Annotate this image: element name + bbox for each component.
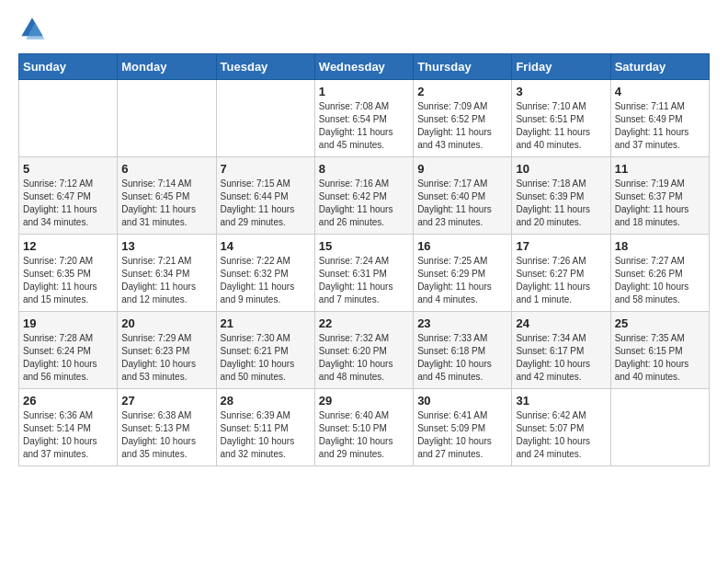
- date-number: 24: [516, 316, 606, 330]
- cell-info: Sunrise: 7:12 AM Sunset: 6:47 PM Dayligh…: [23, 178, 113, 229]
- calendar-cell: 6Sunrise: 7:14 AM Sunset: 6:45 PM Daylig…: [118, 157, 216, 235]
- cell-info: Sunrise: 7:25 AM Sunset: 6:29 PM Dayligh…: [417, 255, 507, 306]
- calendar-cell: [216, 80, 314, 157]
- date-number: 30: [417, 394, 507, 408]
- cell-info: Sunrise: 7:10 AM Sunset: 6:51 PM Dayligh…: [516, 100, 606, 152]
- cell-info: Sunrise: 7:20 AM Sunset: 6:35 PM Dayligh…: [23, 255, 113, 306]
- cell-info: Sunrise: 7:28 AM Sunset: 6:24 PM Dayligh…: [23, 332, 113, 384]
- date-number: 13: [121, 239, 211, 253]
- cell-info: Sunrise: 7:14 AM Sunset: 6:45 PM Dayligh…: [121, 178, 211, 229]
- date-number: 21: [221, 316, 311, 330]
- cell-info: Sunrise: 7:32 AM Sunset: 6:20 PM Dayligh…: [319, 332, 409, 384]
- calendar-cell: 14Sunrise: 7:22 AM Sunset: 6:32 PM Dayli…: [216, 235, 314, 312]
- calendar-cell: 9Sunrise: 7:17 AM Sunset: 6:40 PM Daylig…: [414, 157, 512, 235]
- date-number: 17: [516, 239, 606, 253]
- date-number: 6: [121, 162, 211, 176]
- date-number: 4: [615, 85, 705, 98]
- cell-info: Sunrise: 7:34 AM Sunset: 6:17 PM Dayligh…: [516, 332, 606, 384]
- date-number: 3: [516, 85, 606, 98]
- weekday-header-friday: Friday: [512, 54, 610, 80]
- week-row-3: 12Sunrise: 7:20 AM Sunset: 6:35 PM Dayli…: [19, 235, 710, 312]
- date-number: 22: [319, 316, 409, 330]
- calendar-cell: 3Sunrise: 7:10 AM Sunset: 6:51 PM Daylig…: [512, 80, 610, 157]
- cell-info: Sunrise: 7:09 AM Sunset: 6:52 PM Dayligh…: [417, 100, 507, 152]
- cell-info: Sunrise: 7:35 AM Sunset: 6:15 PM Dayligh…: [615, 332, 705, 384]
- cell-info: Sunrise: 7:27 AM Sunset: 6:26 PM Dayligh…: [615, 255, 705, 306]
- calendar-cell: 13Sunrise: 7:21 AM Sunset: 6:34 PM Dayli…: [118, 235, 216, 312]
- calendar-cell: 2Sunrise: 7:09 AM Sunset: 6:52 PM Daylig…: [414, 80, 512, 157]
- date-number: 23: [417, 316, 507, 330]
- date-number: 14: [221, 239, 311, 253]
- cell-info: Sunrise: 7:15 AM Sunset: 6:44 PM Dayligh…: [221, 178, 311, 229]
- date-number: 10: [516, 162, 606, 176]
- cell-info: Sunrise: 7:29 AM Sunset: 6:23 PM Dayligh…: [121, 332, 211, 384]
- cell-info: Sunrise: 6:42 AM Sunset: 5:07 PM Dayligh…: [516, 409, 606, 461]
- calendar-cell: 22Sunrise: 7:32 AM Sunset: 6:20 PM Dayli…: [314, 312, 413, 389]
- logo: [18, 15, 50, 42]
- calendar-cell: 31Sunrise: 6:42 AM Sunset: 5:07 PM Dayli…: [512, 389, 610, 466]
- date-number: 15: [319, 239, 409, 253]
- calendar-cell: 26Sunrise: 6:36 AM Sunset: 5:14 PM Dayli…: [19, 389, 118, 466]
- date-number: 19: [23, 316, 113, 330]
- calendar-cell: 16Sunrise: 7:25 AM Sunset: 6:29 PM Dayli…: [414, 235, 512, 312]
- date-number: 20: [121, 316, 211, 330]
- calendar-cell: 7Sunrise: 7:15 AM Sunset: 6:44 PM Daylig…: [216, 157, 314, 235]
- cell-info: Sunrise: 6:40 AM Sunset: 5:10 PM Dayligh…: [319, 409, 409, 461]
- date-number: 26: [23, 394, 113, 408]
- date-number: 2: [417, 85, 507, 98]
- date-number: 29: [319, 394, 409, 408]
- cell-info: Sunrise: 6:39 AM Sunset: 5:11 PM Dayligh…: [221, 409, 311, 461]
- week-row-4: 19Sunrise: 7:28 AM Sunset: 6:24 PM Dayli…: [19, 312, 710, 389]
- cell-info: Sunrise: 7:19 AM Sunset: 6:37 PM Dayligh…: [615, 178, 705, 229]
- calendar-cell: 30Sunrise: 6:41 AM Sunset: 5:09 PM Dayli…: [414, 389, 512, 466]
- cell-info: Sunrise: 7:22 AM Sunset: 6:32 PM Dayligh…: [221, 255, 311, 306]
- calendar-cell: 18Sunrise: 7:27 AM Sunset: 6:26 PM Dayli…: [610, 235, 709, 312]
- calendar-cell: 25Sunrise: 7:35 AM Sunset: 6:15 PM Dayli…: [610, 312, 709, 389]
- weekday-header-sunday: Sunday: [19, 54, 118, 80]
- calendar-cell: 11Sunrise: 7:19 AM Sunset: 6:37 PM Dayli…: [610, 157, 709, 235]
- calendar-page: SundayMondayTuesdayWednesdayThursdayFrid…: [0, 0, 728, 563]
- date-number: 16: [417, 239, 507, 253]
- calendar-cell: 5Sunrise: 7:12 AM Sunset: 6:47 PM Daylig…: [19, 157, 118, 235]
- date-number: 25: [615, 316, 705, 330]
- date-number: 31: [516, 394, 606, 408]
- cell-info: Sunrise: 7:16 AM Sunset: 6:42 PM Dayligh…: [319, 178, 409, 229]
- calendar-cell: 17Sunrise: 7:26 AM Sunset: 6:27 PM Dayli…: [512, 235, 610, 312]
- calendar-cell: 8Sunrise: 7:16 AM Sunset: 6:42 PM Daylig…: [314, 157, 413, 235]
- cell-info: Sunrise: 6:38 AM Sunset: 5:13 PM Dayligh…: [121, 409, 211, 461]
- cell-info: Sunrise: 6:36 AM Sunset: 5:14 PM Dayligh…: [23, 409, 113, 461]
- weekday-header-wednesday: Wednesday: [314, 54, 413, 80]
- calendar-cell: 15Sunrise: 7:24 AM Sunset: 6:31 PM Dayli…: [314, 235, 413, 312]
- week-row-5: 26Sunrise: 6:36 AM Sunset: 5:14 PM Dayli…: [19, 389, 710, 466]
- calendar-cell: 19Sunrise: 7:28 AM Sunset: 6:24 PM Dayli…: [19, 312, 118, 389]
- week-row-2: 5Sunrise: 7:12 AM Sunset: 6:47 PM Daylig…: [19, 157, 710, 235]
- weekday-header-thursday: Thursday: [414, 54, 512, 80]
- cell-info: Sunrise: 7:33 AM Sunset: 6:18 PM Dayligh…: [417, 332, 507, 384]
- weekday-header-monday: Monday: [118, 54, 216, 80]
- logo-icon: [18, 15, 46, 42]
- cell-info: Sunrise: 7:24 AM Sunset: 6:31 PM Dayligh…: [319, 255, 409, 306]
- date-number: 5: [23, 162, 113, 176]
- date-number: 27: [121, 394, 211, 408]
- calendar-cell: 1Sunrise: 7:08 AM Sunset: 6:54 PM Daylig…: [314, 80, 413, 157]
- date-number: 7: [221, 162, 311, 176]
- cell-info: Sunrise: 6:41 AM Sunset: 5:09 PM Dayligh…: [417, 409, 507, 461]
- cell-info: Sunrise: 7:11 AM Sunset: 6:49 PM Dayligh…: [615, 100, 705, 152]
- weekday-header-saturday: Saturday: [610, 54, 709, 80]
- calendar-cell: 4Sunrise: 7:11 AM Sunset: 6:49 PM Daylig…: [610, 80, 709, 157]
- calendar-cell: 20Sunrise: 7:29 AM Sunset: 6:23 PM Dayli…: [118, 312, 216, 389]
- date-number: 12: [23, 239, 113, 253]
- calendar-cell: 27Sunrise: 6:38 AM Sunset: 5:13 PM Dayli…: [118, 389, 216, 466]
- date-number: 18: [615, 239, 705, 253]
- calendar-cell: 24Sunrise: 7:34 AM Sunset: 6:17 PM Dayli…: [512, 312, 610, 389]
- date-number: 28: [221, 394, 311, 408]
- date-number: 9: [417, 162, 507, 176]
- cell-info: Sunrise: 7:08 AM Sunset: 6:54 PM Dayligh…: [319, 100, 409, 152]
- calendar-cell: 21Sunrise: 7:30 AM Sunset: 6:21 PM Dayli…: [216, 312, 314, 389]
- calendar-cell: 28Sunrise: 6:39 AM Sunset: 5:11 PM Dayli…: [216, 389, 314, 466]
- calendar-cell: 10Sunrise: 7:18 AM Sunset: 6:39 PM Dayli…: [512, 157, 610, 235]
- calendar-table: SundayMondayTuesdayWednesdayThursdayFrid…: [18, 53, 710, 466]
- calendar-header: SundayMondayTuesdayWednesdayThursdayFrid…: [19, 54, 710, 80]
- cell-info: Sunrise: 7:21 AM Sunset: 6:34 PM Dayligh…: [121, 255, 211, 306]
- cell-info: Sunrise: 7:30 AM Sunset: 6:21 PM Dayligh…: [221, 332, 311, 384]
